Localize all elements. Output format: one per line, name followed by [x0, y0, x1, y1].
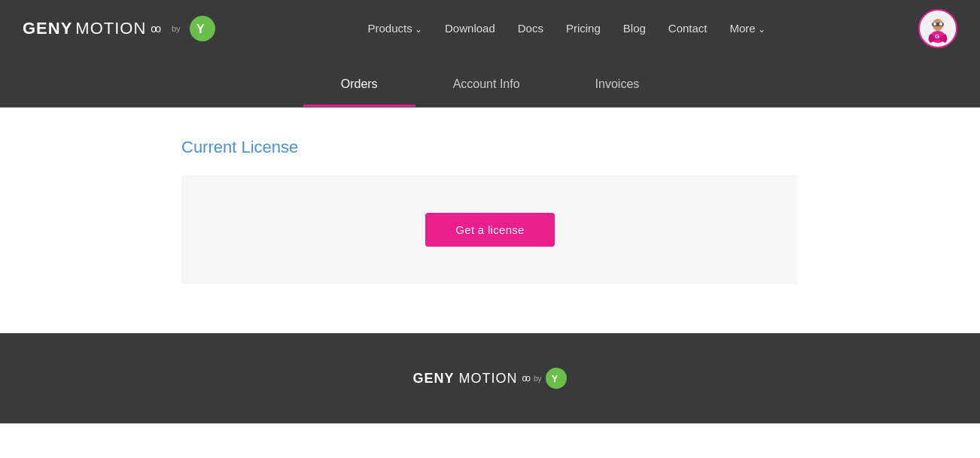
nav-link-more[interactable]: More	[730, 22, 766, 35]
nav-item-blog[interactable]: Blog	[623, 22, 646, 35]
avatar-image: G	[922, 13, 954, 44]
genymobile-icon[interactable]: Y	[190, 16, 215, 41]
tabs-bar: Orders Account Info Invoices	[0, 56, 980, 108]
logo-by-text: by	[172, 24, 181, 33]
footer-brand: GENYMOTIONoo by Y	[413, 368, 568, 389]
footer-logo-circles: oo	[522, 373, 529, 384]
svg-point-5	[939, 23, 942, 26]
tab-invoices[interactable]: Invoices	[558, 64, 677, 107]
nav-item-download[interactable]: Download	[445, 22, 495, 35]
svg-text:Y: Y	[196, 23, 205, 35]
logo[interactable]: GENYMOTIONoo	[23, 19, 160, 38]
nav-links: Products Download Docs Pricing Blog Cont…	[367, 22, 765, 35]
footer-logo-geny: GENY	[413, 371, 455, 387]
footer-logo-by: by	[534, 375, 542, 383]
nav-brand-section: GENYMOTIONoo by Y	[23, 16, 215, 41]
footer: GENYMOTIONoo by Y	[0, 333, 980, 423]
svg-text:Y: Y	[552, 374, 558, 384]
main-content: Current License Get a license	[0, 108, 980, 333]
user-avatar[interactable]: G	[918, 9, 957, 48]
footer-genymobile-icon: Y	[546, 368, 567, 389]
tab-orders[interactable]: Orders	[303, 64, 415, 107]
nav-item-contact[interactable]: Contact	[668, 22, 708, 35]
nav-link-contact[interactable]: Contact	[668, 22, 708, 35]
nav-link-pricing[interactable]: Pricing	[566, 22, 601, 35]
nav-item-pricing[interactable]: Pricing	[566, 22, 601, 35]
tab-account-info[interactable]: Account Info	[415, 64, 558, 107]
content-inner: Current License Get a license	[181, 138, 799, 284]
logo-circles: oo	[151, 23, 160, 35]
nav-link-download[interactable]: Download	[445, 22, 495, 35]
svg-point-4	[933, 23, 936, 26]
nav-link-docs[interactable]: Docs	[518, 22, 543, 35]
footer-genymobile-svg: Y	[550, 372, 562, 384]
get-license-button[interactable]: Get a license	[425, 213, 554, 247]
main-nav: GENYMOTIONoo by Y Products Download Docs…	[0, 0, 980, 56]
logo-motion: MOTION	[75, 19, 146, 38]
genymobile-svg: Y	[195, 21, 210, 36]
nav-item-docs[interactable]: Docs	[518, 22, 543, 35]
nav-item-more[interactable]: More	[730, 22, 766, 35]
section-title: Current License	[181, 138, 799, 157]
logo-geny: GENY	[23, 19, 72, 38]
svg-text:G: G	[935, 33, 939, 40]
nav-item-products[interactable]: Products	[367, 22, 422, 35]
license-box: Get a license	[181, 175, 799, 284]
nav-link-products[interactable]: Products	[367, 22, 422, 35]
footer-logo-motion: MOTION	[459, 371, 518, 387]
nav-link-blog[interactable]: Blog	[623, 22, 646, 35]
